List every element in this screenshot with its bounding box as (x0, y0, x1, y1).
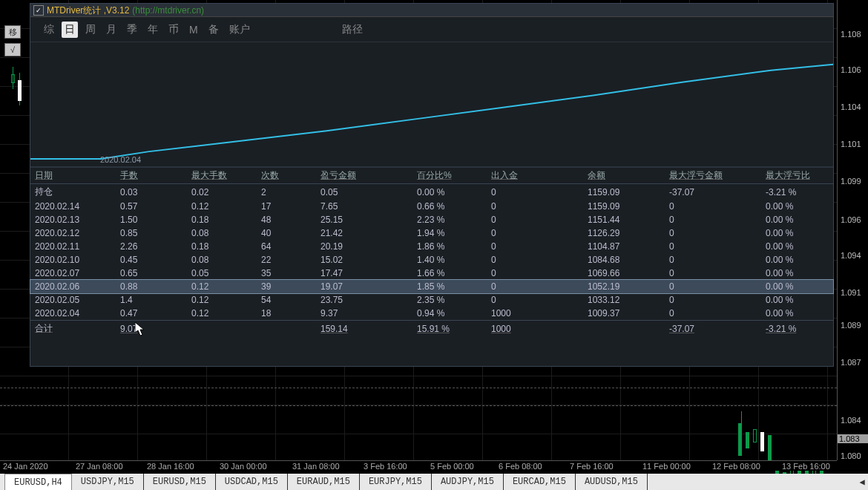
y-tick-label: 1.099 (841, 177, 861, 186)
menu-item-day[interactable]: 日 (62, 22, 78, 38)
x-tick-label: 30 Jan 00:00 (220, 462, 267, 471)
tab-symbol[interactable]: EURCAD,M15 (504, 474, 576, 490)
equity-line-chart[interactable]: 2020.02.04 (30, 42, 833, 167)
x-tick-label: 31 Jan 08:00 (292, 462, 340, 471)
x-tick-label: 24 Jan 2020 (3, 462, 48, 471)
menu-item-path[interactable]: 路径 (339, 22, 366, 38)
table-row[interactable]: 2020.02.112.260.1864 20.191.86 %01104.87… (30, 240, 833, 253)
mtdriver-panel: ✓ MTDriver统计 ,V3.12 (http://mtdriver.cn)… (30, 3, 834, 367)
x-tick-label: 13 Feb 16:00 (782, 462, 830, 471)
y-price-box: 1.083 (838, 434, 868, 443)
ask-line (0, 388, 837, 388)
tab-symbol[interactable]: USDCAD,M15 (216, 474, 288, 490)
y-tick-label: 1.089 (841, 321, 861, 330)
y-tick-label: 1.096 (841, 215, 861, 224)
x-tick-label: 5 Feb 00:00 (430, 462, 474, 471)
panel-menu: 综 日 周 月 季 年 币 M 备 账户 路径 (30, 17, 833, 42)
th-bal[interactable]: 余额 (583, 168, 665, 184)
y-tick-label: 1.106 (841, 65, 861, 74)
table-row[interactable]: 2020.02.051.40.1254 23.752.35 %01033.12 … (30, 293, 833, 307)
th-maxdd[interactable]: 最大浮亏金额 (665, 168, 761, 184)
th-lots[interactable]: 手数 (116, 168, 187, 184)
th-date[interactable]: 日期 (30, 168, 116, 184)
x-axis: 24 Jan 202027 Jan 08:0028 Jan 16:0030 Ja… (0, 460, 837, 471)
y-tick-label: 1.094 (841, 251, 861, 260)
tab-symbol[interactable]: EURAUD,M15 (288, 474, 360, 490)
tab-symbol[interactable]: EURJPY,M15 (360, 474, 432, 490)
table-row[interactable]: 2020.02.060.880.1239 19.071.85 %01052.19… (30, 280, 833, 293)
chart-anno-date: 2020.02.04 (100, 155, 141, 164)
panel-checkbox-icon[interactable]: ✓ (33, 5, 44, 16)
th-maxlot[interactable]: 最大手数 (187, 168, 257, 184)
y-tick-label: 1.101 (841, 140, 861, 148)
y-tick-label: 1.087 (841, 358, 861, 367)
menu-item-zong[interactable]: 综 (41, 22, 57, 38)
y-tick-label: 1.084 (841, 416, 861, 425)
bid-line (0, 405, 837, 406)
menu-item-quarter[interactable]: 季 (124, 22, 140, 38)
tab-active[interactable]: EURUSD,H4 (4, 474, 72, 491)
menu-item-year[interactable]: 年 (145, 22, 161, 38)
stats-table: 日期 手数 最大手数 次数 盈亏金额 百分比% 出入金 余额 最大浮亏金额 最大… (30, 167, 833, 336)
symbol-tabs: EURUSD,H4USDJPY,M15EURUSD,M15USDCAD,M15E… (0, 474, 868, 490)
table-row[interactable]: 2020.02.120.850.0840 21.421.94 %01126.29… (30, 226, 833, 240)
tab-symbol[interactable]: USDJPY,M15 (72, 474, 144, 490)
x-tick-label: 28 Jan 16:00 (147, 462, 194, 471)
th-pct[interactable]: 百分比% (412, 168, 487, 184)
th-io[interactable]: 出入金 (487, 168, 583, 184)
x-tick-label: 27 Jan 08:00 (76, 462, 123, 471)
table-header-row: 日期 手数 最大手数 次数 盈亏金额 百分比% 出入金 余额 最大浮亏金额 最大… (30, 168, 833, 184)
th-count[interactable]: 次数 (257, 168, 316, 184)
table-row[interactable]: 2020.02.040.470.1218 9.370.94 %10001009.… (30, 307, 833, 321)
x-tick-label: 3 Feb 16:00 (364, 462, 407, 471)
x-tick-label: 11 Feb 00:00 (642, 462, 691, 471)
y-axis: 1.1081.1061.1041.1011.0991.0961.0941.091… (837, 0, 868, 460)
table-row[interactable]: 2020.02.140.570.1217 7.650.66 %01159.09 … (30, 200, 833, 213)
left-toggle-2[interactable]: √ (4, 43, 21, 56)
table-row-position[interactable]: 持仓0.030.022 0.050.00 %01159.09 -37.07-3.… (30, 184, 833, 200)
y-tick-label: 1.108 (841, 30, 861, 39)
y-tick-label: 1.104 (841, 102, 861, 111)
th-maxddp[interactable]: 最大浮亏比 (761, 168, 833, 184)
y-tick-label: 1.091 (841, 288, 861, 297)
panel-title-url: (http://mtdriver.cn) (132, 4, 204, 17)
menu-item-bei[interactable]: 备 (206, 22, 222, 38)
th-pl[interactable]: 盈亏金额 (316, 168, 412, 184)
tab-symbol[interactable]: EURUSD,M15 (144, 474, 216, 490)
x-tick-label: 12 Feb 08:00 (712, 462, 760, 471)
y-tick-label: 1.080 (841, 451, 861, 460)
table-row-total[interactable]: 合计9.07 159.1415.91 %1000 -37.07-3.21 % (30, 321, 833, 337)
panel-title-bar[interactable]: ✓ MTDriver统计 ,V3.12 (http://mtdriver.cn) (30, 4, 833, 17)
table-row[interactable]: 2020.02.100.450.0822 15.021.40 %01084.68… (30, 253, 833, 267)
tab-symbol[interactable]: AUDUSD,M15 (576, 474, 648, 490)
menu-item-currency[interactable]: 币 (165, 22, 182, 38)
menu-item-month[interactable]: 月 (103, 22, 119, 38)
x-tick-label: 6 Feb 08:00 (499, 462, 542, 471)
tab-symbol[interactable]: AUDJPY,M15 (432, 474, 504, 490)
menu-item-m[interactable]: M (186, 22, 201, 37)
table-row[interactable]: 2020.02.131.500.1848 25.152.23 %01151.44… (30, 213, 833, 226)
left-toggle-1[interactable]: 移 (4, 25, 21, 39)
menu-item-week[interactable]: 周 (82, 22, 99, 38)
tab-scroll-left-icon[interactable]: ◀ (856, 477, 868, 488)
panel-title-text: MTDriver统计 ,V3.12 (47, 4, 129, 17)
menu-item-account[interactable]: 账户 (226, 22, 253, 38)
table-row[interactable]: 2020.02.070.650.0535 17.471.66 %01069.66… (30, 267, 833, 280)
x-tick-label: 7 Feb 16:00 (570, 462, 614, 471)
